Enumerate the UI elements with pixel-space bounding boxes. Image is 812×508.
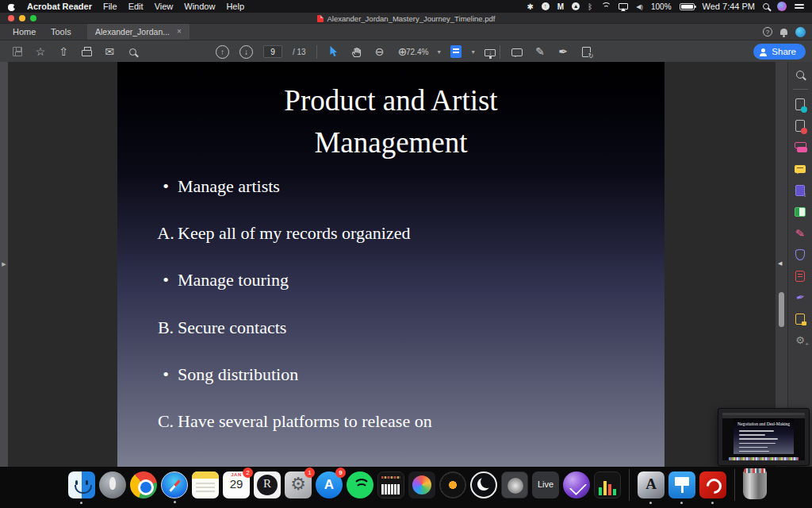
airplay-display-icon[interactable] <box>619 3 628 10</box>
hand-tool-button[interactable] <box>350 44 363 59</box>
export-transform-button[interactable] <box>580 44 592 59</box>
dock-item-keynote[interactable] <box>668 471 695 498</box>
sidebar-organize-pages-tool[interactable] <box>794 183 807 197</box>
presentation-mode-button[interactable]: ↓ <box>484 44 496 59</box>
bluetooth-icon[interactable]: ᛒ <box>588 2 592 11</box>
dock-item-autotune[interactable]: A <box>638 471 665 498</box>
comment-icon <box>795 165 806 173</box>
menubar-clock[interactable]: Wed 7:44 PM <box>703 2 755 11</box>
page-number-input[interactable] <box>263 45 282 58</box>
screen-preview-window[interactable]: Negotiation and Deal-Making <box>718 408 810 466</box>
save-button[interactable] <box>11 44 24 59</box>
tab-document[interactable]: Alexander_Jordan... × <box>87 24 190 40</box>
expand-left-pane-icon[interactable]: ▶ <box>2 261 6 267</box>
previous-page-button[interactable]: ↑ <box>216 45 229 59</box>
sidebar-search-tool[interactable] <box>794 67 807 81</box>
star-favorite-button[interactable]: ☆ <box>34 44 47 59</box>
app-store-glyph: A <box>324 477 334 492</box>
share-button-label: Share <box>772 47 796 56</box>
share-button[interactable]: Share <box>753 44 806 60</box>
bullet-text: Have several platforms to release on <box>178 410 432 433</box>
dock-item-audio-meters[interactable] <box>594 471 621 498</box>
sidebar-create-pdf-tool[interactable] <box>794 119 807 133</box>
sidebar-fill-sign-tool[interactable]: ✒ <box>794 291 807 304</box>
sidebar-request-signatures-tool[interactable] <box>794 312 807 325</box>
dock-item-final-cut-pro[interactable] <box>408 471 435 498</box>
view-mode-caret-icon[interactable]: ▼ <box>470 49 476 55</box>
tab-close-icon[interactable]: × <box>177 24 182 40</box>
backup-menu-extra-icon[interactable]: ↑ <box>542 2 550 10</box>
dock-item-system-preferences[interactable]: ⚙1 <box>285 471 312 498</box>
gmail-menu-extra-icon[interactable]: M <box>557 2 564 11</box>
pdf-page: Product and Artist Management • Manage a… <box>117 62 665 467</box>
dock-item-calendar[interactable]: JAN 29 2 <box>223 471 250 498</box>
siri-icon[interactable] <box>777 2 787 11</box>
vertical-scrollbar-thumb[interactable] <box>779 292 784 327</box>
menu-edit[interactable]: Edit <box>128 2 144 11</box>
next-page-button[interactable]: ↓ <box>239 45 253 59</box>
snowflake-menu-extra-icon[interactable]: ✱ <box>527 2 533 11</box>
dock-item-trash[interactable] <box>743 471 767 499</box>
control-center-icon[interactable] <box>795 4 804 9</box>
dock-item-ableton-live[interactable]: Live <box>532 471 559 498</box>
dock-item-obs[interactable] <box>470 471 497 498</box>
highlight-pencil-button[interactable]: ✎ <box>534 44 546 59</box>
menu-file[interactable]: File <box>103 2 117 11</box>
comment-tool-button[interactable] <box>511 44 523 59</box>
bullet-text: Manage touring <box>178 269 289 291</box>
tab-tools[interactable]: Tools <box>38 24 84 40</box>
find-button[interactable] <box>126 44 139 59</box>
volume-icon[interactable]: ◀) <box>636 3 643 10</box>
apple-menu-icon[interactable] <box>8 2 16 11</box>
print-button[interactable] <box>80 44 93 59</box>
wifi-icon[interactable] <box>600 2 611 10</box>
dock-item-launchpad[interactable] <box>99 471 126 498</box>
page-view-mode-button[interactable] <box>450 44 462 59</box>
dock-item-spotify[interactable] <box>347 471 373 498</box>
spotlight-search-icon[interactable] <box>763 3 769 10</box>
sidebar-comment-tool[interactable] <box>794 162 807 175</box>
sidebar-pdf-standards-tool[interactable] <box>794 269 807 283</box>
select-tool-button[interactable] <box>327 44 340 59</box>
vertical-scrollbar-track[interactable]: ◀ <box>776 62 787 467</box>
dock-item-notes[interactable] <box>192 471 219 498</box>
email-button[interactable]: ✉ <box>103 44 116 59</box>
zoom-level-value[interactable]: 72.4% <box>406 48 428 56</box>
zoom-dropdown-caret-icon[interactable]: ▼ <box>436 49 442 55</box>
zoom-out-button[interactable]: ⊖ <box>373 44 386 59</box>
app-menu-title[interactable]: Acrobat Reader <box>27 2 92 11</box>
eject-menu-extra-icon[interactable]: ▲ <box>572 2 580 10</box>
dock-item-rekordbox[interactable] <box>501 471 528 498</box>
menu-view[interactable]: View <box>155 2 174 11</box>
sign-tool-button[interactable]: ✒ <box>557 44 569 59</box>
toolbar-separator <box>500 45 500 59</box>
battery-icon[interactable] <box>680 3 695 10</box>
dock-item-r-app[interactable]: R <box>254 471 281 498</box>
dock-item-finder[interactable] <box>68 471 95 498</box>
sidebar-scan-ocr-tool[interactable] <box>794 205 807 218</box>
dock-item-acrobat[interactable] <box>699 471 726 498</box>
help-icon[interactable]: ? <box>763 27 772 37</box>
dock-item-midi-keyboard[interactable] <box>377 471 404 498</box>
left-pane-toggle-strip[interactable]: ▶ <box>0 62 8 467</box>
menu-window[interactable]: Window <box>184 2 215 11</box>
upload-share-button[interactable]: ⇧ <box>57 44 70 59</box>
dock-item-pro-tools[interactable] <box>563 471 590 498</box>
slide-title-line1: Product and Artist <box>117 79 665 121</box>
preview-text-line <box>739 447 767 448</box>
account-avatar[interactable] <box>795 27 806 37</box>
bullet-text: Manage artists <box>178 175 280 198</box>
calendar-day-label: 29 <box>223 478 250 491</box>
sidebar-export-pdf-tool[interactable] <box>794 98 807 111</box>
menu-help[interactable]: Help <box>226 2 244 11</box>
dock-item-app-store[interactable]: A9 <box>316 471 343 498</box>
dock-item-djay-vinyl[interactable] <box>439 471 466 498</box>
dock-item-chrome[interactable] <box>130 471 157 498</box>
dock-item-safari[interactable] <box>161 471 188 498</box>
sidebar-edit-pdf-tool[interactable]: ✎ <box>794 226 807 240</box>
notifications-bell-icon[interactable] <box>780 29 787 35</box>
sidebar-more-tools[interactable]: ⚙ <box>794 333 807 347</box>
collapse-right-pane-icon[interactable]: ◀ <box>778 260 782 267</box>
sidebar-combine-files-tool[interactable] <box>794 140 807 154</box>
sidebar-protect-tool[interactable] <box>794 248 807 261</box>
